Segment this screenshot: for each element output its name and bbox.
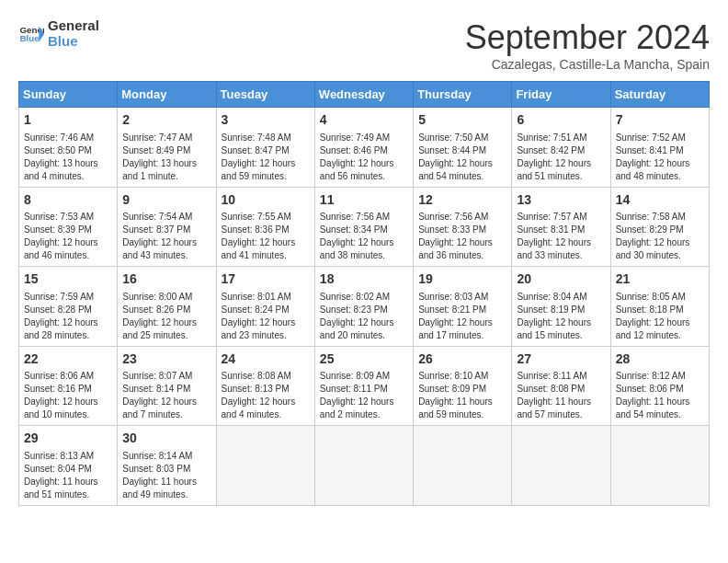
day-info: Sunset: 8:11 PM xyxy=(320,383,408,396)
calendar-cell: 23Sunrise: 8:07 AMSunset: 8:14 PMDayligh… xyxy=(118,346,216,426)
day-info: Sunrise: 8:09 AM xyxy=(320,370,408,383)
calendar-cell: 22Sunrise: 8:06 AMSunset: 8:16 PMDayligh… xyxy=(19,346,118,426)
calendar-cell: 14Sunrise: 7:58 AMSunset: 8:29 PMDayligh… xyxy=(610,187,709,267)
calendar-cell: 1Sunrise: 7:46 AMSunset: 8:50 PMDaylight… xyxy=(19,108,118,188)
day-info: Daylight: 12 hours and 33 minutes. xyxy=(517,236,605,262)
day-info: Sunset: 8:39 PM xyxy=(24,224,112,236)
day-info: Sunrise: 7:47 AM xyxy=(122,132,210,144)
day-info: Sunset: 8:42 PM xyxy=(517,144,605,157)
calendar-cell: 21Sunrise: 8:05 AMSunset: 8:18 PMDayligh… xyxy=(610,267,709,347)
header-cell-saturday: Saturday xyxy=(610,82,709,108)
day-info: Sunrise: 7:52 AM xyxy=(616,132,704,144)
calendar-cell: 4Sunrise: 7:49 AMSunset: 8:46 PMDaylight… xyxy=(314,108,413,188)
calendar-cell: 24Sunrise: 8:08 AMSunset: 8:13 PMDayligh… xyxy=(216,346,314,426)
day-info: Daylight: 11 hours and 59 minutes. xyxy=(418,396,506,421)
calendar-cell: 2Sunrise: 7:47 AMSunset: 8:49 PMDaylight… xyxy=(118,108,216,188)
day-info: Daylight: 12 hours and 56 minutes. xyxy=(320,157,408,183)
day-info: Sunset: 8:14 PM xyxy=(122,383,210,396)
calendar-cell xyxy=(610,426,709,506)
day-info: Sunset: 8:16 PM xyxy=(24,383,112,396)
day-info: Daylight: 12 hours and 17 minutes. xyxy=(418,316,506,342)
day-info: Sunrise: 8:00 AM xyxy=(122,291,210,304)
day-info: Daylight: 12 hours and 59 minutes. xyxy=(222,157,310,183)
day-number: 22 xyxy=(24,350,112,369)
day-info: Sunrise: 7:59 AM xyxy=(24,291,112,304)
calendar-cell: 9Sunrise: 7:54 AMSunset: 8:37 PMDaylight… xyxy=(118,187,216,267)
day-info: Sunset: 8:34 PM xyxy=(320,224,408,236)
calendar-cell xyxy=(216,426,314,506)
day-info: Sunset: 8:47 PM xyxy=(222,144,310,157)
day-info: Sunrise: 8:04 AM xyxy=(517,291,605,304)
day-number: 9 xyxy=(122,191,210,210)
day-number: 1 xyxy=(24,111,112,130)
day-info: Sunrise: 8:02 AM xyxy=(320,291,408,304)
day-info: Sunset: 8:06 PM xyxy=(616,383,704,396)
calendar-cell: 13Sunrise: 7:57 AMSunset: 8:31 PMDayligh… xyxy=(512,187,610,267)
day-info: Sunset: 8:08 PM xyxy=(517,383,605,396)
logo: General Blue General Blue xyxy=(18,18,99,49)
day-info: Daylight: 12 hours and 15 minutes. xyxy=(517,316,605,342)
calendar-cell: 8Sunrise: 7:53 AMSunset: 8:39 PMDaylight… xyxy=(19,187,118,267)
day-info: Sunrise: 7:56 AM xyxy=(418,211,506,224)
day-info: Daylight: 11 hours and 57 minutes. xyxy=(517,396,605,421)
day-info: Sunset: 8:41 PM xyxy=(616,144,704,157)
calendar-cell: 20Sunrise: 8:04 AMSunset: 8:19 PMDayligh… xyxy=(512,267,610,347)
logo-icon: General Blue xyxy=(18,21,44,47)
day-info: Sunrise: 8:10 AM xyxy=(418,370,506,383)
calendar-cell: 11Sunrise: 7:56 AMSunset: 8:34 PMDayligh… xyxy=(314,187,413,267)
day-info: Sunset: 8:33 PM xyxy=(418,224,506,236)
header-cell-wednesday: Wednesday xyxy=(314,82,413,108)
day-info: Sunrise: 8:03 AM xyxy=(418,291,506,304)
calendar-cell: 19Sunrise: 8:03 AMSunset: 8:21 PMDayligh… xyxy=(414,267,512,347)
day-info: Sunrise: 8:05 AM xyxy=(616,291,704,304)
title-area: September 2024 Cazalegas, Castille-La Ma… xyxy=(465,18,710,72)
day-info: Daylight: 12 hours and 48 minutes. xyxy=(616,157,704,183)
calendar-cell: 10Sunrise: 7:55 AMSunset: 8:36 PMDayligh… xyxy=(216,187,314,267)
day-info: Sunset: 8:03 PM xyxy=(122,463,210,476)
day-info: Daylight: 12 hours and 7 minutes. xyxy=(122,396,210,421)
day-number: 10 xyxy=(222,191,310,210)
day-info: Sunset: 8:09 PM xyxy=(418,383,506,396)
day-info: Sunset: 8:29 PM xyxy=(616,224,704,236)
calendar-cell: 3Sunrise: 7:48 AMSunset: 8:47 PMDaylight… xyxy=(216,108,314,188)
day-info: Sunset: 8:18 PM xyxy=(616,304,704,316)
day-number: 23 xyxy=(122,350,210,369)
calendar-week-1: 1Sunrise: 7:46 AMSunset: 8:50 PMDaylight… xyxy=(19,108,710,188)
location-subtitle: Cazalegas, Castille-La Mancha, Spain xyxy=(465,57,710,72)
header-cell-thursday: Thursday xyxy=(414,82,512,108)
day-number: 19 xyxy=(418,270,506,289)
day-info: Sunrise: 7:54 AM xyxy=(122,211,210,224)
header-cell-friday: Friday xyxy=(512,82,610,108)
day-info: Daylight: 12 hours and 41 minutes. xyxy=(222,236,310,262)
day-info: Sunset: 8:44 PM xyxy=(418,144,506,157)
day-info: Sunset: 8:19 PM xyxy=(517,304,605,316)
calendar-cell: 5Sunrise: 7:50 AMSunset: 8:44 PMDaylight… xyxy=(414,108,512,188)
day-number: 12 xyxy=(418,191,506,210)
day-number: 4 xyxy=(320,111,408,130)
day-info: Sunset: 8:37 PM xyxy=(122,224,210,236)
day-info: Daylight: 12 hours and 54 minutes. xyxy=(418,157,506,183)
calendar-cell: 25Sunrise: 8:09 AMSunset: 8:11 PMDayligh… xyxy=(314,346,413,426)
day-info: Sunrise: 8:14 AM xyxy=(122,450,210,463)
calendar-cell: 26Sunrise: 8:10 AMSunset: 8:09 PMDayligh… xyxy=(414,346,512,426)
day-info: Daylight: 11 hours and 54 minutes. xyxy=(616,396,704,421)
header-cell-monday: Monday xyxy=(118,82,216,108)
day-number: 3 xyxy=(222,111,310,130)
day-info: Sunrise: 7:51 AM xyxy=(517,132,605,144)
day-number: 13 xyxy=(517,191,605,210)
day-number: 27 xyxy=(517,350,605,369)
day-info: Sunrise: 8:07 AM xyxy=(122,370,210,383)
day-number: 14 xyxy=(616,191,704,210)
day-info: Sunrise: 8:12 AM xyxy=(616,370,704,383)
day-number: 30 xyxy=(122,430,210,448)
day-info: Sunset: 8:31 PM xyxy=(517,224,605,236)
calendar-body: 1Sunrise: 7:46 AMSunset: 8:50 PMDaylight… xyxy=(19,108,710,506)
day-info: Daylight: 12 hours and 23 minutes. xyxy=(222,316,310,342)
day-info: Sunrise: 8:11 AM xyxy=(517,370,605,383)
day-info: Daylight: 12 hours and 10 minutes. xyxy=(24,396,112,421)
day-number: 25 xyxy=(320,350,408,369)
day-info: Daylight: 11 hours and 49 minutes. xyxy=(122,476,210,501)
day-info: Sunrise: 7:57 AM xyxy=(517,211,605,224)
day-info: Sunset: 8:23 PM xyxy=(320,304,408,316)
calendar-cell: 27Sunrise: 8:11 AMSunset: 8:08 PMDayligh… xyxy=(512,346,610,426)
